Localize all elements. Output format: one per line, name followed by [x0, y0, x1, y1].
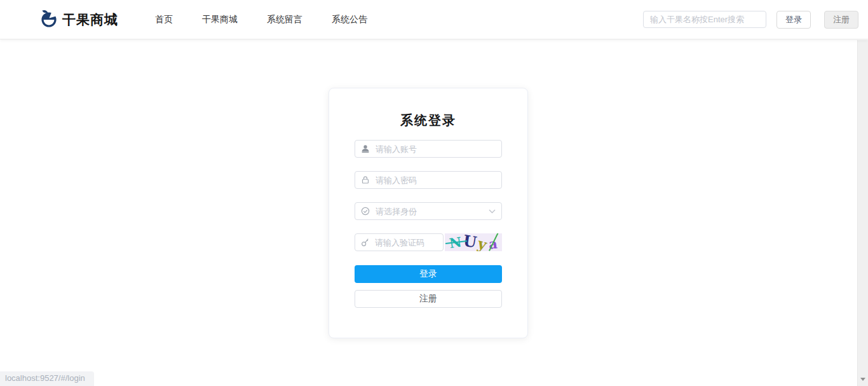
identity-select[interactable]: [355, 202, 502, 220]
chevron-down-icon: [489, 209, 496, 214]
identity-input[interactable]: [376, 207, 485, 216]
account-field: [355, 140, 502, 158]
header-register-button[interactable]: 注册: [824, 11, 858, 29]
header-login-button[interactable]: 登录: [776, 11, 811, 29]
nav-item-messages[interactable]: 系统留言: [267, 14, 302, 25]
main-nav: 首页 干果商城 系统留言 系统公告: [155, 14, 367, 25]
captcha-image[interactable]: N U y a: [445, 233, 502, 251]
nav-item-announcements[interactable]: 系统公告: [332, 14, 367, 25]
vertical-scrollbar[interactable]: [857, 40, 868, 386]
login-title: 系统登录: [355, 113, 502, 128]
password-input[interactable]: [376, 176, 496, 185]
register-button[interactable]: 注册: [355, 290, 502, 308]
circle-check-icon: [361, 207, 370, 216]
lock-icon: [361, 176, 370, 184]
captcha-field: [355, 233, 444, 251]
nav-item-home[interactable]: 首页: [155, 14, 173, 25]
acorn-icon: [40, 9, 58, 31]
status-bar-url: localhost:9527/#/login: [0, 371, 94, 386]
header-right: 登录 注册: [643, 11, 858, 29]
captcha-char: y: [477, 235, 489, 251]
logo[interactable]: 干果商城: [40, 9, 118, 31]
search-input[interactable]: [643, 11, 766, 28]
captcha-row: N U y a: [355, 233, 502, 251]
captcha-input[interactable]: [375, 238, 437, 247]
scroll-down-arrow[interactable]: [860, 378, 865, 381]
nav-item-mall[interactable]: 干果商城: [202, 14, 238, 25]
password-field: [355, 171, 502, 189]
key-icon: [361, 238, 369, 247]
login-submit-button[interactable]: 登录: [355, 265, 502, 283]
user-icon: [361, 144, 370, 153]
account-input[interactable]: [376, 144, 496, 154]
logo-text: 干果商城: [62, 11, 118, 29]
top-navbar: 干果商城 首页 干果商城 系统留言 系统公告 登录 注册: [0, 0, 868, 39]
login-card: 系统登录: [329, 88, 528, 338]
